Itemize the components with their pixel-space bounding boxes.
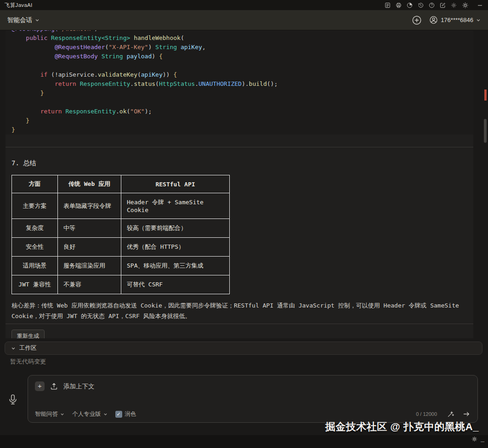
mode-dropdown[interactable]: 智能问答 [35, 410, 64, 418]
settings-gear-icon[interactable] [461, 1, 469, 9]
history-icon[interactable] [417, 2, 424, 9]
polish-checkbox[interactable]: ✓ [115, 411, 122, 418]
usage-pie-icon[interactable] [406, 2, 413, 9]
code-token [11, 90, 40, 96]
table-cell: 复杂度 [12, 219, 58, 238]
scrollbar-thumb[interactable] [484, 119, 487, 143]
code-token: "OK" [130, 108, 144, 115]
add-attachment-button[interactable]: + [35, 381, 45, 391]
summary-heading: 7. 总结 [11, 159, 473, 168]
chevron-down-icon [103, 412, 108, 416]
code-token: } [26, 117, 29, 124]
gear-icon [471, 436, 478, 442]
code-token: ) [148, 44, 155, 50]
assistant-message: @PostMapping("/webhook") public Response… [6, 30, 473, 338]
code-line: if (!apiService.validateKey(apiKey)) { [11, 70, 473, 79]
code-token: ( [155, 80, 159, 87]
composer-top-row: + 添加上下文 [35, 381, 471, 391]
code-token: apiKey [141, 71, 163, 78]
table-cell: 表单隐藏字段令牌 [58, 193, 121, 219]
toolbar-right: 176****6846 [412, 15, 481, 25]
edit-icon[interactable] [439, 2, 446, 9]
table-cell: 安全性 [12, 238, 58, 257]
char-counter: 0 / 12000 [416, 411, 437, 417]
code-token: validateKey [98, 71, 137, 78]
check-icon: ✓ [116, 411, 120, 417]
code-block: @PostMapping("/webhook") public Response… [6, 30, 473, 134]
minimize-icon[interactable] [477, 2, 483, 9]
message-footer-divider [6, 324, 473, 324]
code-token: ( [181, 34, 184, 41]
watermark-underscore: _ [481, 435, 484, 442]
code-token: "X-API-Key" [108, 44, 148, 50]
theme-gear-icon[interactable] [450, 2, 457, 9]
session-label: 智能会话 [7, 16, 32, 24]
code-line: @RequestBody String payload) { [11, 52, 473, 61]
table-row: JWT 兼容性不兼容可替代 CSRF [12, 275, 230, 294]
help-icon[interactable] [428, 2, 435, 9]
toolbar: 智能会话 176****6846 [0, 10, 488, 30]
new-session-button[interactable] [412, 15, 422, 25]
app-window: 飞算JavaAI 智能会话 176****6846 @PostMapping("… [0, 0, 488, 448]
report-icon[interactable] [384, 2, 391, 9]
table-header-cell: 方面 [12, 175, 58, 193]
watermark-text: 掘金技术社区 @ 扑克中的黑桃A_ [325, 420, 479, 434]
code-token [11, 71, 40, 78]
code-token: UNAUTHORIZED [199, 80, 242, 87]
titlebar-icons [384, 1, 483, 9]
polish-toggle[interactable]: ✓ 润色 [115, 410, 136, 418]
code-token: "/webhook" [58, 30, 94, 32]
plan-label: 个人专业版 [72, 410, 101, 418]
account-menu[interactable]: 176****6846 [429, 16, 481, 24]
code-token: . [116, 108, 119, 115]
code-token: HttpStatus [159, 80, 195, 87]
code-token [130, 34, 134, 41]
upload-icon[interactable] [50, 382, 58, 391]
workspace-panel-header[interactable]: 工作区 [5, 342, 482, 355]
table-cell: 可替代 CSRF [121, 275, 230, 294]
code-token [11, 34, 26, 41]
account-id: 176****6846 [441, 17, 473, 23]
code-token: String [155, 44, 177, 50]
plan-dropdown[interactable]: 个人专业版 [72, 410, 108, 418]
code-token: ( [137, 71, 141, 78]
code-token: ResponseEntity [80, 80, 131, 87]
code-token: } [40, 90, 44, 96]
code-token: @PostMapping( [11, 30, 58, 32]
code-token: ok [119, 108, 127, 115]
code-token: @RequestHeader [55, 44, 105, 50]
composer-bottom-row: 智能问答 个人专业版 ✓ 润色 0 / 12000 [35, 410, 471, 418]
watermark-corner: _ [471, 435, 484, 442]
printer-icon[interactable] [395, 2, 402, 9]
composer[interactable]: + 添加上下文 智能问答 个人专业版 ✓ 润色 0 / 12000 [28, 375, 478, 423]
table-cell: 不兼容 [58, 275, 121, 294]
regenerate-button[interactable]: 重新生成 [11, 330, 45, 338]
chevron-down-icon [60, 412, 64, 416]
code-token: return [55, 80, 76, 87]
code-line: } [11, 125, 473, 134]
code-token [98, 53, 102, 60]
app-title: 飞算JavaAI [5, 2, 33, 9]
code-token [11, 44, 55, 50]
add-context-label[interactable]: 添加上下文 [63, 382, 95, 391]
code-token [11, 53, 55, 60]
code-token: ) [152, 53, 159, 60]
session-switcher[interactable]: 智能会话 [7, 16, 40, 24]
code-token: } [11, 126, 15, 133]
table-cell: 优秀（配合 HTTPS） [121, 238, 230, 257]
code-token: status [134, 80, 155, 87]
microphone-icon[interactable] [7, 392, 19, 408]
code-line: return ResponseEntity.status(HttpStatus.… [11, 79, 473, 89]
code-token: . [130, 80, 134, 87]
summary-note: 核心差异：传统 Web 应用依赖浏览器自动发送 Cookie，因此需要同步令牌验… [11, 300, 467, 321]
polish-label: 润色 [125, 410, 136, 418]
bottom-strip [0, 435, 488, 448]
code-line: @PostMapping("/webhook") [11, 30, 473, 34]
table-cell: 中等 [58, 219, 121, 238]
send-button[interactable] [462, 410, 471, 418]
code-token: if [40, 71, 48, 78]
table-cell: JWT 兼容性 [12, 275, 58, 294]
table-cell: 适用场景 [12, 257, 58, 275]
wand-icon[interactable] [447, 410, 454, 418]
comparison-table: 方面传统 Web 应用RESTful API主要方案表单隐藏字段令牌Header… [11, 175, 230, 294]
